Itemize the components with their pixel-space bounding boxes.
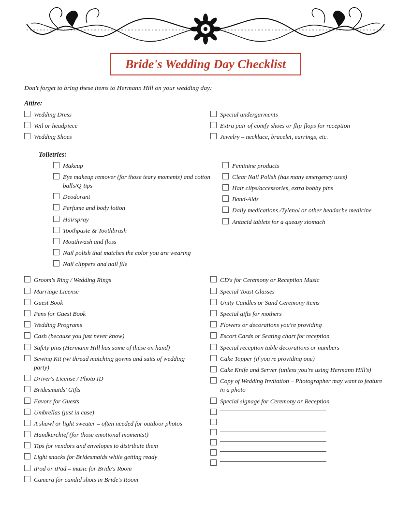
item-text: Eye makeup remover (for those teary mome… bbox=[63, 173, 218, 190]
checkbox[interactable] bbox=[24, 476, 30, 482]
checkbox[interactable] bbox=[222, 218, 229, 224]
checkbox[interactable] bbox=[210, 133, 217, 139]
blank-line bbox=[220, 431, 326, 431]
blank-line-item bbox=[210, 418, 387, 425]
checkbox[interactable] bbox=[210, 429, 217, 435]
list-item: Nail clippers and nail file bbox=[53, 260, 218, 268]
checkbox[interactable] bbox=[222, 195, 229, 202]
item-text: Hairspray bbox=[63, 215, 88, 224]
blank-line bbox=[220, 441, 326, 442]
checkbox[interactable] bbox=[24, 111, 30, 117]
checkbox[interactable] bbox=[210, 332, 217, 339]
checkbox[interactable] bbox=[24, 122, 30, 128]
list-item: Safety pins (Hermann Hill has some of th… bbox=[24, 343, 201, 352]
main-col-right: CD's for Ceremony or Reception MusicSpec… bbox=[210, 276, 387, 487]
toiletries-section: Toiletries: MakeupEye makeup remover (fo… bbox=[24, 151, 387, 271]
list-item: Wedding Dress bbox=[24, 110, 201, 119]
checkbox[interactable] bbox=[53, 227, 59, 233]
blank-line-item bbox=[210, 439, 387, 445]
checkbox[interactable] bbox=[24, 453, 30, 459]
checkbox[interactable] bbox=[210, 439, 217, 445]
item-text: Clear Nail Polish (has many emergency us… bbox=[232, 173, 347, 181]
item-text: Handkerchief (for those emotional moment… bbox=[34, 430, 148, 439]
list-item: Mouthwash and floss bbox=[53, 237, 218, 246]
list-item: Tips for vendors and envelopes to distri… bbox=[24, 442, 201, 450]
blank-line-item bbox=[210, 449, 387, 456]
checkbox[interactable] bbox=[210, 276, 217, 282]
item-text: Groom's Ring / Wedding Rings bbox=[34, 276, 111, 284]
item-text: Extra pair of comfy shoes or flip-flops … bbox=[220, 121, 350, 130]
checkbox[interactable] bbox=[24, 299, 30, 305]
item-text: Nail clippers and nail file bbox=[63, 260, 128, 268]
checkbox[interactable] bbox=[24, 321, 30, 327]
item-text: Sewing Kit (w/ thread matching gowns and… bbox=[34, 355, 201, 372]
checkbox[interactable] bbox=[210, 122, 217, 128]
list-item: Nail polish that matches the color you a… bbox=[53, 249, 218, 257]
checkbox[interactable] bbox=[24, 409, 30, 415]
item-text: Hair clips/accessories, extra bobby pins bbox=[232, 184, 333, 192]
list-item: Special signage for Ceremony or Receptio… bbox=[210, 397, 387, 406]
checkbox[interactable] bbox=[210, 398, 217, 404]
checkbox[interactable] bbox=[24, 276, 30, 282]
checkbox[interactable] bbox=[24, 420, 30, 426]
checkbox[interactable] bbox=[24, 355, 30, 361]
checkbox[interactable] bbox=[24, 288, 30, 294]
list-item: Flowers or decorations you're providing bbox=[210, 321, 387, 329]
checkbox[interactable] bbox=[53, 204, 59, 210]
checkbox[interactable] bbox=[210, 449, 217, 456]
checkbox[interactable] bbox=[24, 344, 30, 350]
checkbox[interactable] bbox=[24, 442, 30, 448]
checkbox[interactable] bbox=[222, 162, 229, 168]
checkbox[interactable] bbox=[210, 321, 217, 327]
checkbox[interactable] bbox=[53, 249, 59, 255]
checkbox[interactable] bbox=[222, 184, 229, 191]
item-text: Special gifts for mothers bbox=[220, 310, 281, 318]
list-item: Sewing Kit (w/ thread matching gowns and… bbox=[24, 355, 201, 372]
checkbox[interactable] bbox=[210, 366, 217, 372]
item-text: Guest Book bbox=[34, 298, 63, 307]
checkbox[interactable] bbox=[24, 332, 30, 339]
checkbox[interactable] bbox=[210, 409, 217, 415]
checkbox[interactable] bbox=[53, 216, 59, 222]
checkbox[interactable] bbox=[24, 310, 30, 316]
checkbox[interactable] bbox=[53, 238, 59, 244]
checkbox[interactable] bbox=[210, 355, 217, 361]
list-item: Makeup bbox=[53, 162, 218, 170]
checkbox[interactable] bbox=[24, 398, 30, 404]
checkbox[interactable] bbox=[24, 133, 30, 139]
checkbox[interactable] bbox=[24, 431, 30, 437]
checkbox[interactable] bbox=[53, 193, 59, 199]
checkbox[interactable] bbox=[222, 173, 229, 179]
checkbox[interactable] bbox=[53, 173, 59, 179]
item-text: Camera for candid shots in Bride's Room bbox=[34, 475, 138, 484]
item-text: Wedding Programs bbox=[34, 321, 82, 329]
intro-text: Don't forget to bring these items to Her… bbox=[24, 84, 387, 92]
checkbox[interactable] bbox=[210, 310, 217, 316]
checkbox[interactable] bbox=[24, 386, 30, 392]
checkbox[interactable] bbox=[53, 162, 59, 168]
checkbox[interactable] bbox=[53, 260, 59, 266]
checkbox[interactable] bbox=[222, 207, 229, 213]
checkbox[interactable] bbox=[210, 459, 217, 466]
list-item: Daily medications /Tylenol or other head… bbox=[222, 206, 387, 215]
checkbox[interactable] bbox=[210, 344, 217, 350]
list-item: Handkerchief (for those emotional moment… bbox=[24, 430, 201, 439]
blank-line-item bbox=[210, 408, 387, 415]
list-item: Unity Candles or Sand Ceremony items bbox=[210, 298, 387, 307]
checkbox[interactable] bbox=[210, 419, 217, 425]
item-text: Makeup bbox=[63, 162, 83, 170]
checkbox[interactable] bbox=[210, 288, 217, 294]
list-item: Veil or headpiece bbox=[24, 121, 201, 130]
checkbox[interactable] bbox=[210, 111, 217, 117]
item-text: Unity Candles or Sand Ceremony items bbox=[220, 298, 320, 307]
checkbox[interactable] bbox=[24, 465, 30, 471]
checkbox[interactable] bbox=[210, 377, 217, 384]
checkbox[interactable] bbox=[24, 375, 30, 381]
list-item: iPod or iPad – music for Bride's Room bbox=[24, 464, 201, 473]
checkbox[interactable] bbox=[210, 299, 217, 305]
item-text: Safety pins (Hermann Hill has some of th… bbox=[34, 343, 170, 352]
attire-section: Attire: Wedding DressVeil or headpieceWe… bbox=[24, 100, 387, 144]
item-text: Pens for Guest Book bbox=[34, 310, 86, 318]
item-text: Flowers or decorations you're providing bbox=[220, 321, 322, 329]
item-text: Special reception table decorations or n… bbox=[220, 343, 339, 352]
